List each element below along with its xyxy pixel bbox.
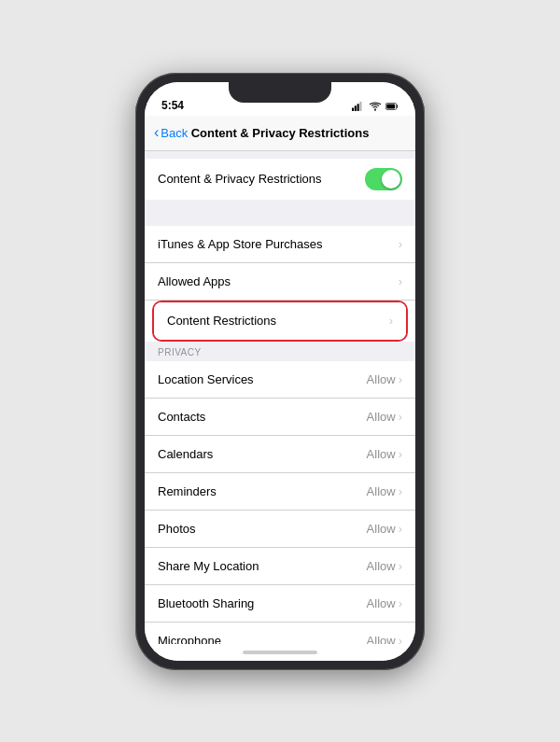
photos-value: Allow bbox=[367, 522, 396, 536]
phone-device: 5:54 bbox=[135, 73, 425, 670]
gap-top bbox=[145, 151, 415, 159]
calendars-row[interactable]: Calendars Allow › bbox=[145, 436, 415, 473]
back-label: Back bbox=[161, 126, 188, 140]
contacts-row[interactable]: Contacts Allow › bbox=[145, 399, 415, 436]
reminders-label: Reminders bbox=[158, 484, 217, 498]
status-icons bbox=[352, 101, 399, 112]
content-privacy-toggle[interactable] bbox=[365, 168, 402, 190]
svg-rect-2 bbox=[357, 104, 359, 111]
location-services-value: Allow bbox=[367, 372, 396, 386]
bluetooth-sharing-value: Allow bbox=[367, 596, 396, 610]
allowed-apps-label: Allowed Apps bbox=[158, 274, 231, 288]
content-restrictions-chevron-icon: › bbox=[389, 314, 393, 328]
reminders-chevron-icon: › bbox=[399, 484, 402, 498]
contacts-chevron-icon: › bbox=[399, 410, 402, 424]
location-services-label: Location Services bbox=[158, 372, 254, 386]
content-restrictions-row[interactable]: Content Restrictions › bbox=[154, 302, 406, 340]
apps-group: iTunes & App Store Purchases › Allowed A… bbox=[145, 226, 415, 342]
calendars-right: Allow › bbox=[367, 447, 402, 461]
battery-icon bbox=[385, 101, 399, 112]
itunes-right: › bbox=[399, 237, 402, 251]
content-restrictions-label: Content Restrictions bbox=[167, 314, 276, 328]
microphone-value: Allow bbox=[367, 634, 396, 644]
reminders-right: Allow › bbox=[367, 484, 402, 498]
settings-content: Content & Privacy Restrictions iTunes & … bbox=[145, 151, 415, 644]
share-my-location-value: Allow bbox=[367, 559, 396, 573]
share-my-location-label: Share My Location bbox=[158, 559, 259, 573]
toggle-label: Content & Privacy Restrictions bbox=[158, 172, 322, 186]
status-time: 5:54 bbox=[161, 99, 184, 112]
microphone-chevron-icon: › bbox=[399, 634, 402, 644]
microphone-right: Allow › bbox=[367, 634, 402, 644]
back-button[interactable]: ‹ Back bbox=[154, 124, 188, 141]
calendars-label: Calendars bbox=[158, 447, 213, 461]
svg-rect-0 bbox=[352, 107, 354, 111]
privacy-group: Location Services Allow › Contacts Allow… bbox=[145, 361, 415, 644]
allowed-apps-row[interactable]: Allowed Apps › bbox=[145, 263, 415, 301]
location-services-row[interactable]: Location Services Allow › bbox=[145, 361, 415, 399]
phone-screen: 5:54 bbox=[145, 82, 415, 661]
wifi-icon bbox=[369, 101, 382, 112]
share-my-location-chevron-icon: › bbox=[399, 559, 402, 573]
nav-bar: ‹ Back Content & Privacy Restrictions bbox=[145, 116, 415, 151]
microphone-label: Microphone bbox=[158, 634, 221, 644]
signal-icon bbox=[352, 101, 365, 112]
home-indicator bbox=[145, 644, 415, 661]
photos-right: Allow › bbox=[367, 522, 402, 536]
svg-rect-3 bbox=[359, 102, 361, 111]
contacts-label: Contacts bbox=[158, 410, 205, 424]
contacts-value: Allow bbox=[367, 410, 396, 424]
microphone-row[interactable]: Microphone Allow › bbox=[145, 623, 415, 644]
share-my-location-row[interactable]: Share My Location Allow › bbox=[145, 548, 415, 585]
allowed-apps-chevron-icon: › bbox=[399, 274, 402, 288]
calendars-value: Allow bbox=[367, 447, 396, 461]
toggle-knob bbox=[382, 170, 400, 189]
home-bar bbox=[243, 651, 317, 654]
nav-title: Content & Privacy Restrictions bbox=[191, 126, 370, 140]
allowed-apps-right: › bbox=[399, 274, 402, 288]
share-my-location-right: Allow › bbox=[367, 559, 402, 573]
contacts-right: Allow › bbox=[367, 410, 402, 424]
bluetooth-sharing-row[interactable]: Bluetooth Sharing Allow › bbox=[145, 585, 415, 623]
privacy-section-header: PRIVACY bbox=[145, 342, 415, 361]
toggle-group: Content & Privacy Restrictions bbox=[145, 159, 415, 200]
bluetooth-sharing-right: Allow › bbox=[367, 596, 402, 610]
location-services-chevron-icon: › bbox=[399, 372, 402, 386]
content-restrictions-right: › bbox=[389, 314, 393, 328]
photos-label: Photos bbox=[158, 522, 195, 536]
content-privacy-toggle-row[interactable]: Content & Privacy Restrictions bbox=[145, 159, 415, 200]
reminders-value: Allow bbox=[367, 484, 396, 498]
photos-row[interactable]: Photos Allow › bbox=[145, 511, 415, 548]
svg-rect-5 bbox=[386, 104, 395, 108]
itunes-label: iTunes & App Store Purchases bbox=[158, 237, 323, 251]
gap-1 bbox=[145, 200, 415, 226]
photos-chevron-icon: › bbox=[399, 522, 402, 536]
bluetooth-sharing-label: Bluetooth Sharing bbox=[158, 596, 254, 610]
content-restrictions-highlight: Content Restrictions › bbox=[152, 301, 408, 342]
bluetooth-sharing-chevron-icon: › bbox=[399, 596, 402, 610]
back-chevron-icon: ‹ bbox=[154, 124, 159, 141]
svg-rect-1 bbox=[355, 105, 357, 111]
location-services-right: Allow › bbox=[367, 372, 402, 386]
reminders-row[interactable]: Reminders Allow › bbox=[145, 473, 415, 511]
itunes-row[interactable]: iTunes & App Store Purchases › bbox=[145, 226, 415, 263]
itunes-chevron-icon: › bbox=[399, 237, 402, 251]
notch bbox=[229, 82, 331, 103]
calendars-chevron-icon: › bbox=[399, 447, 402, 461]
